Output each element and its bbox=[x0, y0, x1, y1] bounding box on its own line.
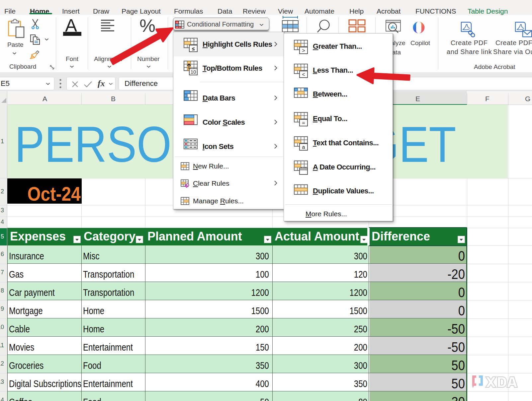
svg-text:a: a bbox=[302, 144, 305, 150]
svg-text:>: > bbox=[302, 48, 305, 53]
svg-text:≤: ≤ bbox=[192, 46, 195, 51]
svg-text:<: < bbox=[302, 72, 305, 77]
svg-text:10: 10 bbox=[191, 69, 196, 75]
svg-text:=: = bbox=[302, 120, 305, 126]
